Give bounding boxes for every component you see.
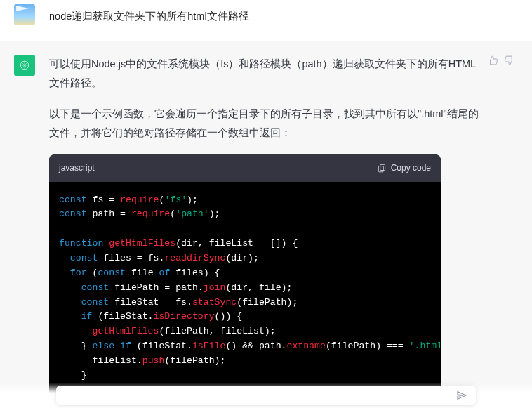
code-language-label: javascript — [59, 160, 95, 176]
copy-code-button[interactable]: Copy code — [377, 160, 431, 176]
clipboard-icon — [377, 163, 387, 173]
user-message-text: node递归获取文件夹下的所有html文件路径 — [49, 4, 518, 27]
assistant-paragraph-1: 可以使用Node.js中的文件系统模块（fs）和路径模块（path）递归获取文件… — [49, 55, 483, 93]
message-input[interactable] — [56, 386, 476, 405]
feedback-buttons — [487, 55, 515, 69]
assistant-message-row: 可以使用Node.js中的文件系统模块（fs）和路径模块（path）递归获取文件… — [0, 41, 532, 408]
assistant-paragraph-2: 以下是一个示例函数，它会遍历一个指定目录下的所有子目录，找到其中所有以".htm… — [49, 105, 483, 143]
thumbs-up-button[interactable] — [487, 55, 498, 69]
thumbs-up-icon — [487, 55, 498, 66]
copy-code-label: Copy code — [391, 160, 431, 176]
send-icon — [456, 390, 467, 401]
thumbs-down-button[interactable] — [504, 55, 515, 69]
send-button[interactable] — [456, 390, 467, 404]
assistant-message-content: 可以使用Node.js中的文件系统模块（fs）和路径模块（path）递归获取文件… — [49, 55, 518, 408]
user-message-row: node递归获取文件夹下的所有html文件路径 — [0, 0, 532, 41]
assistant-avatar — [14, 55, 35, 76]
code-content[interactable]: const fs = require('fs'); const path = r… — [49, 182, 441, 408]
thumbs-down-icon — [504, 55, 515, 66]
svg-rect-2 — [378, 166, 383, 172]
input-bar — [0, 383, 532, 408]
code-block: javascript Copy code const fs = require(… — [49, 154, 441, 408]
code-header: javascript Copy code — [49, 154, 441, 182]
user-avatar — [14, 4, 35, 25]
svg-rect-1 — [380, 164, 385, 170]
